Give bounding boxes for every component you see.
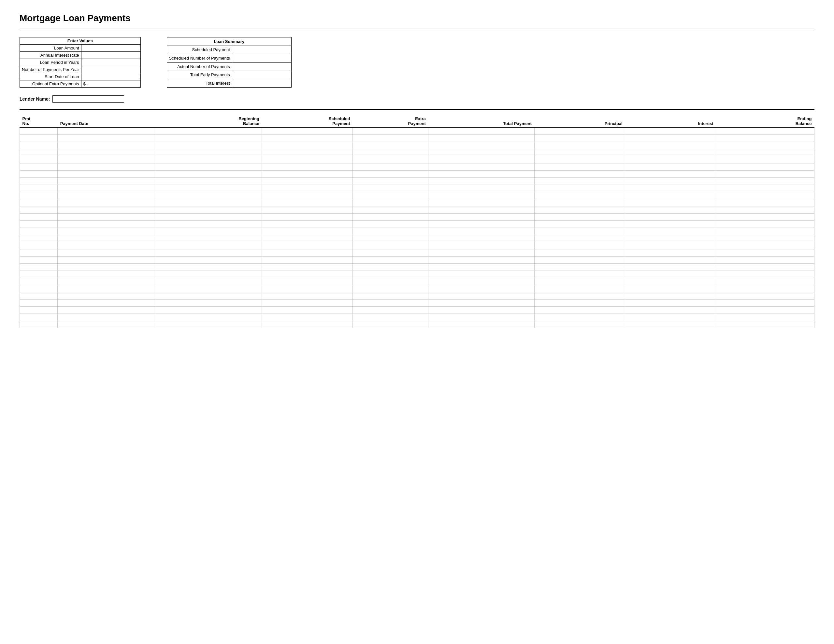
table-cell[interactable] (534, 128, 625, 135)
table-cell[interactable] (625, 149, 716, 156)
table-cell[interactable] (428, 135, 534, 142)
table-cell[interactable] (534, 314, 625, 321)
table-cell[interactable] (58, 213, 156, 221)
table-cell[interactable] (716, 264, 814, 271)
table-cell[interactable] (20, 149, 58, 156)
table-cell[interactable] (625, 156, 716, 163)
table-cell[interactable] (156, 271, 262, 278)
table-cell[interactable] (20, 285, 58, 292)
table-cell[interactable] (20, 264, 58, 271)
table-cell[interactable] (716, 178, 814, 185)
table-cell[interactable] (534, 156, 625, 163)
table-cell[interactable] (156, 142, 262, 149)
table-cell[interactable] (428, 128, 534, 135)
table-cell[interactable] (353, 207, 428, 213)
table-cell[interactable] (353, 278, 428, 285)
table-cell[interactable] (625, 257, 716, 264)
table-cell[interactable] (20, 228, 58, 235)
table-cell[interactable] (534, 271, 625, 278)
table-cell[interactable] (428, 249, 534, 257)
start-date-input[interactable] (81, 73, 141, 81)
table-cell[interactable] (625, 235, 716, 242)
table-cell[interactable] (625, 171, 716, 178)
table-cell[interactable] (58, 142, 156, 149)
table-cell[interactable] (156, 264, 262, 271)
table-cell[interactable] (716, 142, 814, 149)
table-cell[interactable] (156, 292, 262, 300)
table-cell[interactable] (534, 178, 625, 185)
table-cell[interactable] (353, 228, 428, 235)
table-cell[interactable] (58, 185, 156, 192)
table-cell[interactable] (428, 307, 534, 314)
table-cell[interactable] (716, 228, 814, 235)
table-cell[interactable] (534, 185, 625, 192)
table-cell[interactable] (262, 292, 353, 300)
table-cell[interactable] (534, 228, 625, 235)
table-cell[interactable] (353, 149, 428, 156)
table-cell[interactable] (262, 199, 353, 207)
actual-num-value[interactable] (232, 62, 291, 71)
table-cell[interactable] (534, 264, 625, 271)
table-cell[interactable] (428, 199, 534, 207)
table-cell[interactable] (156, 221, 262, 228)
table-cell[interactable] (534, 321, 625, 328)
table-cell[interactable] (353, 156, 428, 163)
table-cell[interactable] (625, 199, 716, 207)
table-cell[interactable] (262, 300, 353, 307)
total-early-value[interactable] (232, 71, 291, 79)
table-cell[interactable] (156, 178, 262, 185)
table-cell[interactable] (58, 278, 156, 285)
table-cell[interactable] (716, 207, 814, 213)
table-cell[interactable] (262, 257, 353, 264)
table-cell[interactable] (428, 156, 534, 163)
payments-per-year-input[interactable] (81, 66, 141, 73)
table-cell[interactable] (20, 213, 58, 221)
table-cell[interactable] (20, 171, 58, 178)
table-cell[interactable] (428, 213, 534, 221)
table-cell[interactable] (58, 128, 156, 135)
table-cell[interactable] (534, 278, 625, 285)
table-cell[interactable] (625, 249, 716, 257)
table-cell[interactable] (625, 264, 716, 271)
table-cell[interactable] (353, 213, 428, 221)
table-cell[interactable] (58, 178, 156, 185)
table-cell[interactable] (716, 213, 814, 221)
table-cell[interactable] (716, 149, 814, 156)
table-cell[interactable] (353, 185, 428, 192)
table-cell[interactable] (534, 300, 625, 307)
table-cell[interactable] (20, 257, 58, 264)
table-cell[interactable] (353, 314, 428, 321)
table-cell[interactable] (534, 257, 625, 264)
table-cell[interactable] (156, 207, 262, 213)
table-cell[interactable] (428, 142, 534, 149)
table-cell[interactable] (353, 307, 428, 314)
table-cell[interactable] (156, 285, 262, 292)
table-cell[interactable] (625, 178, 716, 185)
table-cell[interactable] (716, 300, 814, 307)
table-cell[interactable] (20, 142, 58, 149)
table-cell[interactable] (428, 171, 534, 178)
table-cell[interactable] (262, 163, 353, 171)
table-cell[interactable] (428, 314, 534, 321)
table-cell[interactable] (262, 285, 353, 292)
table-cell[interactable] (625, 213, 716, 221)
table-cell[interactable] (353, 171, 428, 178)
table-cell[interactable] (20, 235, 58, 242)
table-cell[interactable] (428, 178, 534, 185)
table-cell[interactable] (428, 271, 534, 278)
table-cell[interactable] (58, 171, 156, 178)
table-cell[interactable] (353, 242, 428, 249)
table-cell[interactable] (534, 292, 625, 300)
table-cell[interactable] (534, 149, 625, 156)
table-cell[interactable] (156, 228, 262, 235)
table-cell[interactable] (156, 149, 262, 156)
table-cell[interactable] (353, 142, 428, 149)
table-cell[interactable] (353, 264, 428, 271)
table-cell[interactable] (262, 249, 353, 257)
table-cell[interactable] (716, 192, 814, 199)
table-cell[interactable] (716, 285, 814, 292)
table-cell[interactable] (262, 207, 353, 213)
table-cell[interactable] (353, 321, 428, 328)
table-cell[interactable] (20, 321, 58, 328)
table-cell[interactable] (353, 135, 428, 142)
